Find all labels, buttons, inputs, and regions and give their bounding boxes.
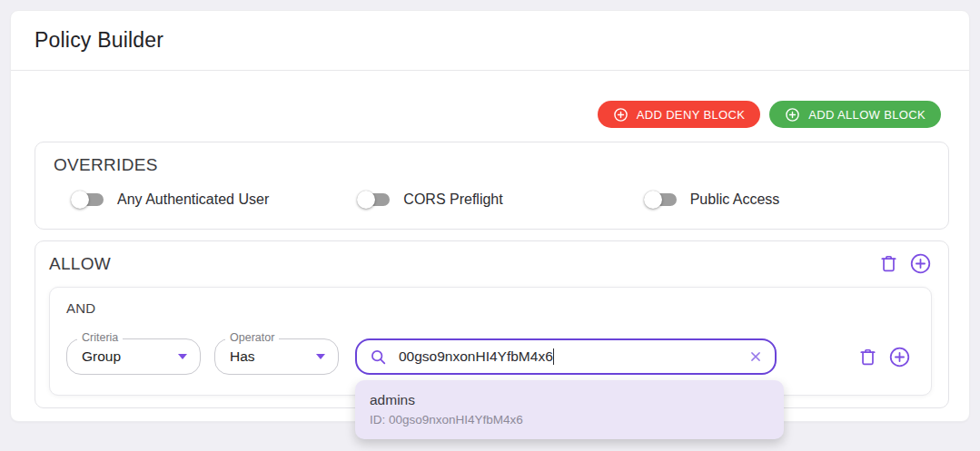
group-suggestion-item[interactable]: admins ID: 00gso9nxonHI4YfbM4x6	[355, 380, 784, 439]
toggle-thumb	[357, 191, 375, 209]
allow-block-header: ALLOW	[49, 252, 932, 275]
block-buttons-row: ADD DENY BLOCK ADD ALLOW BLOCK	[35, 101, 941, 128]
page-title: Policy Builder	[35, 28, 163, 53]
group-search-value: 00gso9nxonHI4YfbM4x6	[399, 348, 553, 365]
add-allow-block-button[interactable]: ADD ALLOW BLOCK	[769, 101, 941, 128]
group-search-wrap: 00gso9nxonHI4YfbM4x6 admins	[355, 338, 777, 375]
allow-block-section: ALLOW	[35, 240, 949, 408]
overrides-toggle-row: Any Authenticated User CORS Preflight Pu…	[54, 191, 930, 209]
criteria-select-value: Group	[82, 348, 121, 365]
add-deny-block-button[interactable]: ADD DENY BLOCK	[598, 101, 761, 128]
toggle-thumb	[71, 191, 89, 209]
group-logic-label: AND	[66, 300, 915, 316]
card-header: Policy Builder	[11, 11, 969, 71]
plus-circle-icon	[909, 264, 932, 278]
policy-builder-card: Policy Builder ADD DENY BLOCK ADD ALLOW …	[10, 10, 970, 422]
card-content: ADD DENY BLOCK ADD ALLOW BLOCK OVERRIDES	[11, 101, 969, 408]
condition-row: Criteria Group Operator Has	[66, 338, 915, 375]
overrides-title: OVERRIDES	[54, 155, 930, 175]
allow-block-title: ALLOW	[49, 254, 111, 274]
group-search-input[interactable]: 00gso9nxonHI4YfbM4x6	[355, 338, 777, 375]
toggle-row-public-access: Public Access	[644, 191, 930, 209]
toggle-label: Any Authenticated User	[117, 191, 269, 208]
cors-preflight-toggle[interactable]	[357, 191, 390, 209]
plus-circle-icon	[888, 358, 911, 371]
toggle-row-any-authenticated-user: Any Authenticated User	[71, 191, 357, 209]
plus-circle-icon	[785, 107, 800, 123]
overrides-section: OVERRIDES Any Authenticated User CORS Pr…	[35, 142, 949, 230]
suggestion-name: admins	[370, 392, 769, 408]
trash-icon	[878, 263, 899, 277]
delete-allow-block-button[interactable]	[878, 253, 899, 274]
criteria-select-label: Criteria	[77, 331, 123, 344]
add-group-button[interactable]	[909, 252, 932, 275]
toggle-label: Public Access	[690, 191, 780, 208]
add-deny-block-label: ADD DENY BLOCK	[637, 108, 746, 122]
plus-circle-icon	[613, 107, 629, 123]
operator-select[interactable]: Operator Has	[214, 338, 339, 375]
toggle-row-cors-preflight: CORS Preflight	[357, 191, 643, 209]
add-condition-button[interactable]	[888, 346, 911, 368]
allow-block-actions	[878, 252, 932, 275]
magnifier-icon	[369, 348, 388, 367]
delete-condition-button[interactable]	[857, 347, 878, 368]
caret-down-icon	[316, 354, 325, 359]
text-cursor	[553, 348, 555, 365]
suggestion-id: ID: 00gso9nxonHI4YfbM4x6	[370, 413, 769, 426]
toggle-thumb	[644, 191, 662, 209]
clear-search-button[interactable]	[747, 348, 764, 365]
condition-row-actions	[857, 346, 915, 368]
any-authenticated-user-toggle[interactable]	[71, 191, 104, 209]
criteria-select[interactable]: Criteria Group	[66, 338, 201, 375]
x-icon	[747, 354, 764, 368]
caret-down-icon	[178, 354, 187, 359]
add-allow-block-label: ADD ALLOW BLOCK	[808, 108, 926, 122]
operator-select-label: Operator	[225, 331, 279, 344]
toggle-label: CORS Preflight	[403, 191, 502, 208]
trash-icon	[857, 357, 878, 370]
operator-select-value: Has	[230, 348, 255, 365]
public-access-toggle[interactable]	[644, 191, 677, 209]
and-group-card: AND Criteria Group Operator Has	[49, 287, 932, 396]
